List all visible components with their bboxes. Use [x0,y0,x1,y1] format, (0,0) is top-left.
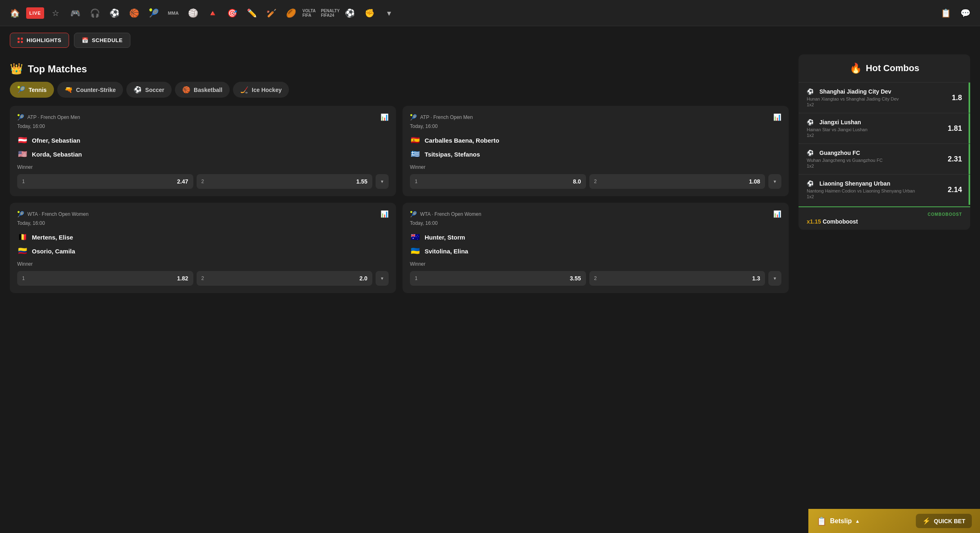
quick-bet-label: QUICK BET [934,518,965,524]
betslip-nav-icon[interactable]: 📋 [937,5,954,21]
volleyball-nav-icon[interactable]: 🏐 [185,5,201,21]
ice-hockey-tab-icon: 🏒 [240,86,248,94]
match-card-1-header: 🎾 ATP · French Open Men 📊 [17,113,389,121]
combo-3-type: 1x2 [807,163,942,168]
cricket-nav-icon[interactable]: 🏏 [263,5,280,21]
comboboost-value: x1.15 [807,218,821,225]
more-nav-icon[interactable]: ▾ [381,5,397,21]
hot-combos-panel: 🔥 Hot Combos ⚽ Shanghai Jiading City Dev… [799,54,970,230]
flag-ukraine: 🇺🇦 [410,246,421,256]
headset-icon[interactable]: 🎧 [87,5,103,21]
tab-counter-strike[interactable]: 🔫 Counter-Strike [57,82,123,98]
tab-soccer[interactable]: ⚽ Soccer [126,82,172,98]
combo-item-2[interactable]: ⚽ Jiangxi Lushan Hainan Star vs Jiangxi … [799,113,970,143]
match-4-expand-btn[interactable]: ▾ [768,271,781,286]
sport-tabs: 🎾 Tennis 🔫 Counter-Strike ⚽ Soccer 🏀 Bas… [10,82,789,98]
match-4-player2-name: Svitolina, Elina [425,248,468,255]
match-3-player1-name: Mertens, Elise [32,234,73,241]
soccer-combo-icon-1: ⚽ [807,88,814,95]
combo-3-odds: 2.31 [942,155,962,163]
match-1-odd-2[interactable]: 2 1.55 [197,174,373,189]
snooker-nav-icon[interactable]: 🔺 [204,5,221,21]
match-3-player1: 🇧🇪 Mertens, Elise [17,232,389,242]
match-2-expand-btn[interactable]: ▾ [768,174,781,189]
comboboost-text: x1.15 Comboboost [807,218,962,225]
live-badge[interactable]: LIVE [26,7,44,19]
match-2-league: 🎾 ATP · French Open Men [410,114,473,121]
subheader: HIGHLIGHTS 📅 SCHEDULE [0,26,980,54]
combo-item-1[interactable]: ⚽ Shanghai Jiading City Dev Hunan Xiangt… [799,82,970,113]
match-2-odd-2[interactable]: 2 1.08 [589,174,765,189]
home-icon[interactable]: 🏠 [7,5,23,21]
fist-nav-icon[interactable]: ✊ [361,5,378,21]
schedule-label: SCHEDULE [92,37,123,43]
match-2-odds: 1 8.0 2 1.08 ▾ [410,174,781,189]
pen-nav-icon[interactable]: ✏️ [244,5,260,21]
tab-basketball[interactable]: 🏀 Basketball [175,82,230,98]
quick-bet-button[interactable]: ⚡ QUICK BET [916,514,972,528]
schedule-button[interactable]: 📅 SCHEDULE [74,33,130,48]
rugby-nav-icon[interactable]: 🏉 [283,5,299,21]
match-card-4-header: 🎾 WTA · French Open Women 📊 [410,210,781,218]
match-3-odd-2-value: 2.0 [360,275,367,282]
combo-4-match: Nantong Haimen Codion vs Liaoning Shenya… [807,188,942,193]
match-3-odd-2[interactable]: 2 2.0 [197,271,373,286]
hot-combos-header: 🔥 Hot Combos [799,54,970,82]
match-1-player1-name: Ofner, Sebastian [32,137,80,144]
match-1-odd-2-value: 1.55 [356,178,367,185]
basketball-nav-icon[interactable]: 🏀 [126,5,142,21]
match-1-odd-1[interactable]: 1 2.47 [17,174,193,189]
mma-nav-icon[interactable]: MMA [165,5,181,21]
penalty-nav-icon[interactable]: PENALTY FIFA24 [322,5,338,21]
combo-4-odds: 2.14 [942,186,962,194]
darts-nav-icon[interactable]: 🎯 [224,5,240,21]
volta-nav-icon[interactable]: VOLTA FIFA [302,5,319,21]
stats-icon-1[interactable]: 📊 [380,113,389,121]
stats-icon-3[interactable]: 📊 [380,210,389,218]
esports-icon[interactable]: 🎮 [67,5,83,21]
tennis-league-icon-4: 🎾 [410,211,417,217]
tennis-league-icon: 🎾 [17,114,24,121]
tennis-nav-icon[interactable]: 🎾 [145,5,162,21]
tennis-tab-label: Tennis [29,87,47,93]
match-1-time: Today, 16:00 [17,123,389,129]
match-1-player2-name: Korda, Sebastian [32,151,82,158]
match-2-time: Today, 16:00 [410,123,781,129]
match-2-odd-1-label: 1 [415,179,418,184]
soccer-nav-icon[interactable]: ⚽ [106,5,123,21]
extra-soccer-icon[interactable]: ⚽ [342,5,358,21]
match-4-odd-1[interactable]: 1 3.55 [410,271,586,286]
combo-item-4[interactable]: ⚽ Liaoning Shenyang Urban Nantong Haimen… [799,174,970,205]
favorites-icon[interactable]: ☆ [47,5,64,21]
tab-tennis[interactable]: 🎾 Tennis [10,82,54,98]
match-card-4: 🎾 WTA · French Open Women 📊 Today, 16:00… [403,203,789,293]
chat-nav-icon[interactable]: 💬 [957,5,973,21]
tab-ice-hockey[interactable]: 🏒 Ice Hockey [233,82,289,98]
stats-icon-4[interactable]: 📊 [773,210,781,218]
match-4-odd-2[interactable]: 2 1.3 [589,271,765,286]
combo-1-type: 1x2 [807,102,942,107]
match-1-player1: 🇦🇹 Ofner, Sebastian [17,135,389,146]
match-2-odd-2-value: 1.08 [749,178,760,185]
highlights-button[interactable]: HIGHLIGHTS [10,33,69,48]
match-1-odd-2-label: 2 [201,179,204,184]
match-3-expand-btn[interactable]: ▾ [376,271,389,286]
match-3-league-text: WTA · French Open Women [27,211,89,217]
match-3-player2-name: Osorio, Camila [32,248,75,255]
betslip-button[interactable]: 📋 Betslip ▲ [817,516,860,526]
combo-2-team: ⚽ Jiangxi Lushan [807,119,942,125]
combo-4-team-name: Liaoning Shenyang Urban [819,180,890,187]
fire-icon: 🔥 [850,63,862,74]
combo-3-team-name: Guangzhou FC [819,150,860,156]
match-3-odd-1[interactable]: 1 1.82 [17,271,193,286]
match-1-odd-1-label: 1 [22,179,25,184]
match-1-expand-btn[interactable]: ▾ [376,174,389,189]
combo-1-team: ⚽ Shanghai Jiading City Dev [807,88,942,95]
combo-3-match: Wuhan Jiangcheng vs Guangzhou FC [807,158,942,163]
match-2-odd-1[interactable]: 1 8.0 [410,174,586,189]
match-1-player2: 🇺🇸 Korda, Sebastian [17,149,389,159]
flag-austria: 🇦🇹 [17,135,28,146]
left-panel: 👑 Top Matches 🎾 Tennis 🔫 Counter-Strike … [10,54,789,293]
combo-item-3[interactable]: ⚽ Guangzhou FC Wuhan Jiangcheng vs Guang… [799,143,970,174]
stats-icon-2[interactable]: 📊 [773,113,781,121]
